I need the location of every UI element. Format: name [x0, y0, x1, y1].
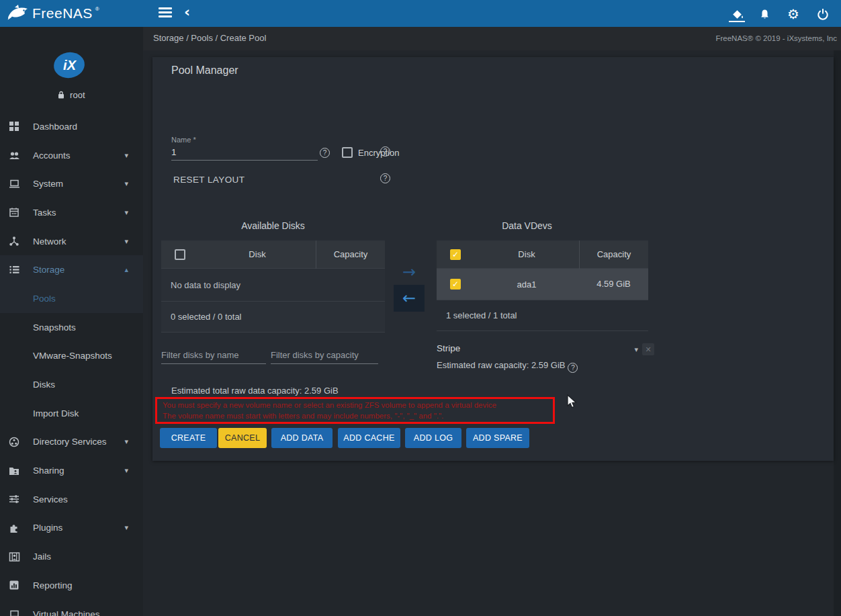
sidebar-item-sharing[interactable]: Sharing ▾ — [0, 456, 143, 485]
add-log-button[interactable]: ADD LOG — [405, 428, 461, 448]
lock-icon — [58, 91, 64, 99]
sidebar-item-snapshots[interactable]: Snapshots — [0, 313, 143, 342]
vdev-layout-select[interactable]: Stripe ▾ — [437, 343, 638, 358]
main-content: Pool Manager Name * ? Encryption ? RESET… — [143, 50, 841, 616]
sidebar-nav: Dashboard Accounts ▾ System ▾ Tasks ▾ Ne… — [0, 112, 143, 616]
vdev-layout-value: Stripe — [437, 343, 460, 353]
dashboard-icon — [9, 121, 21, 132]
estimated-total-capacity: Estimated total raw data capacity: 2.59 … — [171, 386, 339, 396]
breadcrumb[interactable]: Storage / Pools / Create Pool — [153, 33, 266, 43]
sharing-folder-icon — [9, 465, 21, 476]
logo-text: FreeNAS — [32, 5, 93, 21]
column-header-capacity: Capacity — [579, 240, 648, 269]
add-cache-button[interactable]: ADD CACHE — [338, 428, 400, 448]
sidebar-item-dashboard[interactable]: Dashboard — [0, 112, 143, 141]
available-disks-footer: 0 selected / 0 total — [161, 301, 385, 332]
settings-gear-icon[interactable]: ⚙ — [785, 5, 802, 23]
chevron-down-icon: ▾ — [634, 345, 638, 354]
remove-vdev-icon[interactable]: ✕ — [642, 343, 654, 355]
theme-underline — [729, 21, 745, 22]
encryption-label: Encryption — [358, 148, 399, 158]
plugins-puzzle-icon — [9, 522, 21, 533]
logged-in-user: root — [0, 90, 143, 100]
estimated-raw-capacity: Estimated raw capacity: 2.59 GiB? — [437, 360, 578, 373]
sidebar: iX root Dashboard Accounts ▾ System ▾ Ta… — [0, 27, 143, 616]
page-title: Pool Manager — [171, 64, 238, 77]
name-help-icon[interactable]: ? — [320, 148, 330, 158]
system-icon — [9, 178, 21, 189]
sidebar-item-reporting[interactable]: Reporting — [0, 571, 143, 600]
encryption-help-icon[interactable]: ? — [380, 146, 390, 157]
available-select-all-checkbox[interactable] — [175, 249, 185, 260]
column-header-disk: Disk — [474, 249, 579, 259]
name-input[interactable] — [171, 144, 318, 161]
ada1-checkbox[interactable]: ✓ — [450, 279, 461, 290]
sidebar-item-network[interactable]: Network ▾ — [0, 227, 143, 256]
services-tune-icon — [9, 494, 21, 505]
copyright-text: FreeNAS® © 2019 - iXsystems, Inc — [715, 34, 837, 42]
sidebar-item-tasks[interactable]: Tasks ▾ — [0, 198, 143, 227]
table-row-ada1[interactable]: ✓ ada1 4.59 GiB — [437, 269, 648, 300]
menu-hamburger-icon[interactable] — [159, 7, 172, 18]
sidebar-item-services[interactable]: Services — [0, 485, 143, 514]
reset-layout-button[interactable]: RESET LAYOUT — [173, 175, 245, 185]
data-vdevs-header: ✓ Disk Capacity — [437, 240, 648, 269]
add-data-button[interactable]: ADD DATA — [271, 428, 333, 448]
shark-icon — [5, 3, 30, 24]
pool-manager-card: Pool Manager Name * ? Encryption ? RESET… — [152, 57, 834, 461]
available-disks-table: Disk Capacity No data to display 0 selec… — [161, 240, 385, 333]
raw-capacity-help-icon[interactable]: ? — [568, 363, 578, 373]
sidebar-item-vmware-snapshots[interactable]: VMware-Snapshots — [0, 342, 143, 371]
encryption-checkbox[interactable] — [342, 147, 353, 158]
layout-help-icon[interactable]: ? — [380, 173, 390, 183]
sidebar-item-directory-services[interactable]: Directory Services ▾ — [0, 428, 143, 457]
move-right-arrow-button[interactable]: → — [395, 261, 423, 283]
error-line-1: You must specify a new volume name or se… — [163, 400, 547, 411]
create-button[interactable]: CREATE — [160, 428, 217, 448]
sidebar-item-pools[interactable]: Pools — [0, 284, 143, 313]
ix-systems-logo[interactable]: iX — [52, 50, 87, 80]
storage-icon — [9, 264, 21, 275]
power-icon[interactable] — [814, 5, 832, 23]
tasks-calendar-icon — [9, 207, 21, 218]
data-vdevs-footer: 1 selected / 1 total — [437, 300, 648, 331]
breadcrumb-bar: Storage / Pools / Create Pool FreeNAS® ©… — [143, 27, 841, 50]
directory-services-icon — [9, 436, 21, 447]
sidebar-item-plugins[interactable]: Plugins ▾ — [0, 514, 143, 543]
vdevs-select-all-checkbox[interactable]: ✓ — [450, 249, 461, 260]
virtual-machines-icon — [9, 609, 21, 616]
empty-table-row: No data to display — [161, 269, 385, 301]
name-field-label: Name * — [171, 136, 196, 144]
sidebar-item-disks[interactable]: Disks — [0, 370, 143, 399]
sidebar-item-import-disk[interactable]: Import Disk — [0, 399, 143, 428]
top-app-bar: FreeNAS ® ‹ ⚙ — [0, 0, 841, 27]
filter-disks-by-capacity-input[interactable] — [271, 346, 378, 364]
sidebar-item-storage[interactable]: Storage ▴ — [0, 255, 143, 284]
move-left-arrow-button[interactable]: ← — [394, 285, 425, 312]
cancel-button[interactable]: CANCEL — [218, 428, 267, 448]
accounts-icon — [9, 150, 21, 161]
sidebar-item-accounts[interactable]: Accounts ▾ — [0, 141, 143, 170]
available-disks-title: Available Disks — [161, 220, 385, 231]
reporting-chart-icon — [9, 580, 21, 591]
sidebar-item-jails[interactable]: Jails — [0, 542, 143, 571]
back-chevron-icon[interactable]: ‹ — [184, 3, 190, 20]
network-icon — [9, 236, 21, 247]
data-vdevs-title: Data VDevs — [421, 220, 633, 231]
column-header-capacity: Capacity — [316, 240, 385, 269]
mouse-cursor — [567, 394, 578, 409]
logo-reg: ® — [95, 6, 99, 12]
sidebar-item-virtual-machines[interactable]: Virtual Machines — [0, 600, 143, 616]
add-spare-button[interactable]: ADD SPARE — [466, 428, 529, 448]
error-line-2: The volume name must start with letters … — [163, 411, 547, 422]
available-disks-header: Disk Capacity — [161, 240, 385, 269]
column-header-disk: Disk — [199, 249, 316, 259]
notifications-bell-icon[interactable] — [756, 5, 773, 23]
jails-icon — [9, 551, 21, 562]
validation-error-box: You must specify a new volume name or se… — [155, 397, 555, 424]
filter-disks-by-name-input[interactable] — [161, 346, 266, 364]
data-vdevs-table: ✓ Disk Capacity ✓ ada1 4.59 GiB 1 select… — [437, 240, 648, 331]
freenas-logo[interactable]: FreeNAS ® — [5, 2, 99, 25]
sidebar-item-system[interactable]: System ▾ — [0, 169, 143, 198]
vertical-scrollbar[interactable] — [834, 50, 841, 616]
